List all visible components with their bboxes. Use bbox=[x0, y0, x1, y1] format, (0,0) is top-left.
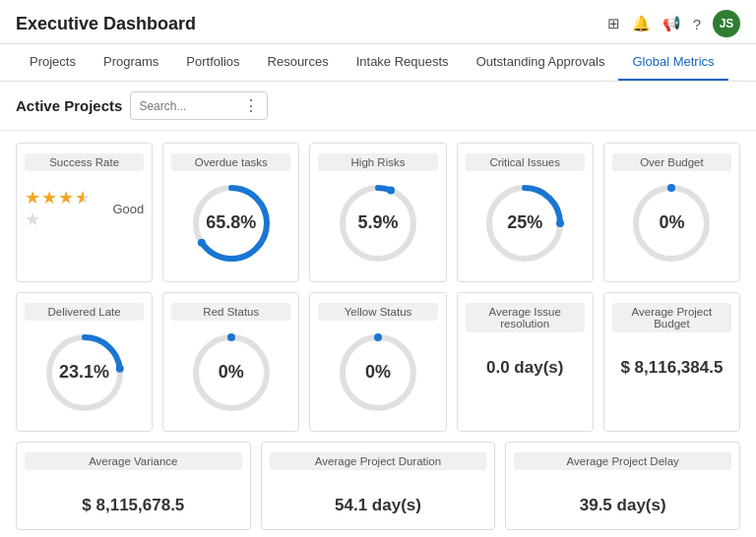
metric-card-average-project-delay: Average Project Delay39.5 day(s) bbox=[505, 442, 740, 530]
metric-card-average-project-budget: Average Project Budget$ 8,116,384.5 bbox=[603, 292, 740, 432]
search-input[interactable] bbox=[139, 99, 237, 113]
card-label: Delivered Late bbox=[25, 303, 144, 321]
nav-item-projects[interactable]: Projects bbox=[16, 44, 90, 81]
svg-point-17 bbox=[227, 333, 235, 341]
metric-card-delivered-late: Delivered Late 23.1% bbox=[16, 292, 153, 432]
grid-row-0: Success Rate★★★★★★GoodOverdue tasks 65.8… bbox=[16, 143, 740, 282]
avatar[interactable]: JS bbox=[713, 10, 740, 37]
stars-display: ★★★★★★ bbox=[25, 187, 104, 230]
card-label: Success Rate bbox=[25, 153, 144, 171]
card-label: Average Issue resolution bbox=[466, 303, 585, 332]
card-label: Yellow Status bbox=[318, 303, 437, 321]
svg-point-8 bbox=[556, 219, 564, 227]
search-box[interactable]: ⋮ bbox=[130, 91, 268, 120]
card-label: Overdue tasks bbox=[171, 153, 290, 171]
donut-value: 0% bbox=[659, 212, 684, 234]
metric-value: $ 8,116,384.5 bbox=[620, 358, 723, 378]
card-label: Average Project Delay bbox=[514, 452, 731, 470]
bell-icon[interactable]: 🔔 bbox=[632, 15, 651, 32]
svg-point-2 bbox=[198, 239, 206, 247]
card-label: Average Project Duration bbox=[270, 452, 487, 470]
donut-value: 0% bbox=[365, 362, 391, 384]
card-label: Red Status bbox=[171, 303, 290, 321]
donut-value: 25% bbox=[507, 212, 542, 234]
donut-value: 23.1% bbox=[59, 362, 109, 384]
donut-value: 65.8% bbox=[206, 212, 256, 234]
svg-point-11 bbox=[667, 184, 675, 192]
metric-card-red-status: Red Status 0% bbox=[162, 292, 299, 432]
svg-point-20 bbox=[374, 333, 382, 341]
card-label: Over Budget bbox=[612, 153, 731, 171]
card-label: High Risks bbox=[318, 153, 437, 171]
grid-icon[interactable]: ⊞ bbox=[607, 15, 620, 32]
header: Executive Dashboard ⊞ 🔔 📢 ? JS bbox=[0, 0, 756, 44]
nav-item-programs[interactable]: Programs bbox=[90, 44, 172, 81]
donut-chart: 23.1% bbox=[40, 328, 129, 417]
page-title: Executive Dashboard bbox=[16, 14, 196, 34]
metric-value: 54.1 day(s) bbox=[335, 496, 421, 515]
nav-item-global-metrics[interactable]: Global Metrics bbox=[618, 44, 727, 81]
metric-card-overdue-tasks: Overdue tasks 65.8% bbox=[162, 143, 299, 282]
svg-point-5 bbox=[387, 186, 395, 194]
metric-value: 39.5 day(s) bbox=[580, 496, 666, 515]
toolbar: Active Projects ⋮ bbox=[0, 82, 756, 131]
star-label: Good bbox=[112, 202, 144, 216]
donut-chart: 0% bbox=[334, 328, 422, 417]
header-actions: ⊞ 🔔 📢 ? JS bbox=[607, 10, 740, 37]
metric-card-average-issue-resolution: Average Issue resolution0.0 day(s) bbox=[457, 292, 594, 432]
card-label: Critical Issues bbox=[466, 153, 585, 171]
card-label: Average Project Budget bbox=[612, 303, 731, 332]
donut-value: 5.9% bbox=[357, 212, 398, 234]
star-rating: ★★★★★★Good bbox=[25, 187, 144, 230]
metric-card-average-project-duration: Average Project Duration54.1 day(s) bbox=[261, 442, 496, 530]
donut-chart: 65.8% bbox=[187, 179, 276, 268]
donut-chart: 25% bbox=[480, 179, 569, 268]
donut-chart: 0% bbox=[187, 328, 276, 417]
svg-point-14 bbox=[115, 365, 123, 373]
section-title: Active Projects bbox=[16, 97, 122, 114]
donut-chart: 0% bbox=[627, 179, 716, 268]
grid-row-1: Delivered Late 23.1%Red Status 0%Yellow … bbox=[16, 292, 740, 432]
donut-value: 0% bbox=[219, 362, 244, 384]
grid-row-2: Average Variance$ 8,115,678.5Average Pro… bbox=[16, 442, 740, 530]
metric-value: $ 8,115,678.5 bbox=[82, 496, 184, 515]
metric-card-high-risks: High Risks 5.9% bbox=[309, 143, 446, 282]
metric-value: 0.0 day(s) bbox=[486, 358, 563, 378]
nav-item-intake-requests[interactable]: Intake Requests bbox=[343, 44, 463, 81]
nav-item-outstanding-approvals[interactable]: Outstanding Approvals bbox=[463, 44, 619, 81]
donut-chart: 5.9% bbox=[334, 179, 422, 268]
metric-card-over-budget: Over Budget 0% bbox=[603, 143, 740, 282]
main-nav: ProjectsProgramsPortfoliosResourcesIntak… bbox=[0, 44, 756, 82]
megaphone-icon[interactable]: 📢 bbox=[662, 15, 681, 32]
metrics-grid: Success Rate★★★★★★GoodOverdue tasks 65.8… bbox=[0, 131, 756, 537]
search-dots-icon[interactable]: ⋮ bbox=[243, 96, 259, 115]
metric-card-success-rate: Success Rate★★★★★★Good bbox=[16, 143, 153, 282]
card-label: Average Variance bbox=[25, 452, 242, 470]
metric-card-yellow-status: Yellow Status 0% bbox=[309, 292, 446, 432]
nav-item-portfolios[interactable]: Portfolios bbox=[172, 44, 253, 81]
metric-card-critical-issues: Critical Issues 25% bbox=[457, 143, 594, 282]
metric-card-average-variance: Average Variance$ 8,115,678.5 bbox=[16, 442, 251, 530]
help-icon[interactable]: ? bbox=[693, 16, 701, 32]
nav-item-resources[interactable]: Resources bbox=[254, 44, 343, 81]
